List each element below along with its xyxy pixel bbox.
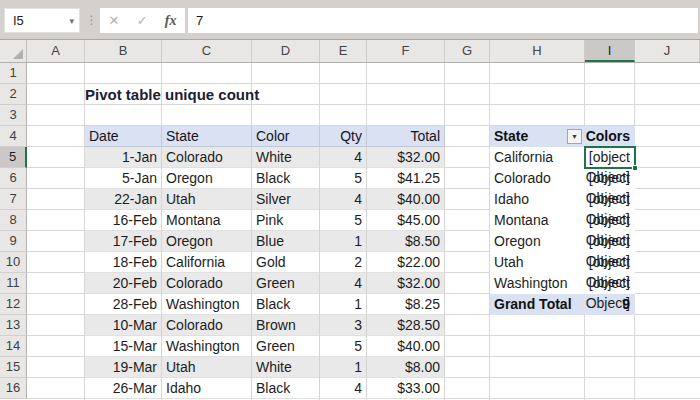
state-cell[interactable]: Washington bbox=[162, 294, 252, 315]
state-cell[interactable]: Colorado bbox=[162, 273, 252, 294]
row-header-2[interactable]: 2 bbox=[0, 84, 27, 105]
total-cell[interactable]: $32.00 bbox=[367, 147, 445, 168]
column-header-h[interactable]: H bbox=[490, 40, 585, 62]
column-header-state[interactable]: State bbox=[162, 126, 252, 147]
pivot-state-cell[interactable]: Colorado bbox=[490, 168, 585, 189]
state-cell[interactable]: Oregon bbox=[162, 231, 252, 252]
qty-cell[interactable]: 4 bbox=[320, 189, 367, 210]
row-header-7[interactable]: 7 bbox=[0, 189, 27, 210]
total-cell[interactable]: $8.25 bbox=[367, 294, 445, 315]
date-cell[interactable]: 20-Feb bbox=[85, 273, 162, 294]
qty-cell[interactable]: 4 bbox=[320, 147, 367, 168]
color-cell[interactable]: Black bbox=[252, 378, 320, 399]
qty-cell[interactable]: 1 bbox=[320, 357, 367, 378]
grand-total-value[interactable]: 9 bbox=[585, 294, 635, 315]
column-header-d[interactable]: D bbox=[252, 40, 320, 62]
column-header-i-selected[interactable]: I bbox=[585, 40, 635, 62]
formula-input[interactable]: 7 bbox=[188, 8, 698, 33]
cancel-icon[interactable]: ✕ bbox=[109, 13, 120, 28]
color-cell[interactable]: Pink bbox=[252, 210, 320, 231]
total-cell[interactable]: $41.25 bbox=[367, 168, 445, 189]
pivot-count-cell[interactable]: [object Object] bbox=[585, 231, 635, 252]
date-cell[interactable]: 22-Jan bbox=[85, 189, 162, 210]
date-cell[interactable]: 1-Jan bbox=[85, 147, 162, 168]
date-cell[interactable]: 15-Mar bbox=[85, 336, 162, 357]
pivot-state-cell[interactable]: Utah bbox=[490, 252, 585, 273]
qty-cell[interactable]: 5 bbox=[320, 168, 367, 189]
enter-icon[interactable]: ✓ bbox=[137, 13, 148, 28]
color-cell[interactable]: Black bbox=[252, 168, 320, 189]
qty-cell[interactable]: 5 bbox=[320, 336, 367, 357]
name-box-dropdown-icon[interactable]: ▾ bbox=[69, 16, 79, 26]
total-cell[interactable]: $8.50 bbox=[367, 231, 445, 252]
date-cell[interactable]: 17-Feb bbox=[85, 231, 162, 252]
qty-cell[interactable]: 4 bbox=[320, 378, 367, 399]
total-cell[interactable]: $33.00 bbox=[367, 378, 445, 399]
pivot-colors-header[interactable]: Colors bbox=[585, 126, 635, 147]
state-cell[interactable]: Colorado bbox=[162, 315, 252, 336]
column-header-color[interactable]: Color bbox=[252, 126, 320, 147]
row-header-6[interactable]: 6 bbox=[0, 168, 27, 189]
name-box[interactable]: I5 ▾ bbox=[4, 8, 80, 33]
state-cell[interactable]: California bbox=[162, 252, 252, 273]
row-header-4[interactable]: 4 bbox=[0, 126, 27, 147]
row-header-13[interactable]: 13 bbox=[0, 315, 27, 336]
insert-function-icon[interactable]: fx bbox=[165, 13, 177, 29]
pivot-count-cell[interactable]: [object Object] bbox=[585, 168, 635, 189]
column-header-g[interactable]: G bbox=[445, 40, 490, 62]
state-cell[interactable]: Idaho bbox=[162, 378, 252, 399]
grand-total-label[interactable]: Grand Total bbox=[490, 294, 585, 315]
row-header-16[interactable]: 16 bbox=[0, 378, 27, 399]
row-header-11[interactable]: 11 bbox=[0, 273, 27, 294]
total-cell[interactable]: $45.00 bbox=[367, 210, 445, 231]
qty-cell[interactable]: 4 bbox=[320, 273, 367, 294]
qty-cell[interactable]: 3 bbox=[320, 315, 367, 336]
row-header-14[interactable]: 14 bbox=[0, 336, 27, 357]
total-cell[interactable]: $40.00 bbox=[367, 336, 445, 357]
pivot-state-cell[interactable]: Oregon bbox=[490, 231, 585, 252]
color-cell[interactable]: Blue bbox=[252, 231, 320, 252]
pivot-count-cell[interactable]: [object Object] bbox=[585, 147, 635, 168]
date-cell[interactable]: 10-Mar bbox=[85, 315, 162, 336]
total-cell[interactable]: $8.00 bbox=[367, 357, 445, 378]
pivot-state-cell[interactable]: Washington bbox=[490, 273, 585, 294]
column-header-b[interactable]: B bbox=[85, 40, 162, 62]
color-cell[interactable]: Green bbox=[252, 273, 320, 294]
date-cell[interactable]: 28-Feb bbox=[85, 294, 162, 315]
select-all-corner[interactable] bbox=[0, 40, 27, 62]
row-header-3[interactable]: 3 bbox=[0, 105, 27, 126]
column-header-j[interactable]: J bbox=[635, 40, 700, 62]
column-header-c[interactable]: C bbox=[162, 40, 252, 62]
color-cell[interactable]: Black bbox=[252, 294, 320, 315]
date-cell[interactable]: 18-Feb bbox=[85, 252, 162, 273]
page-title[interactable]: Pivot table unique count bbox=[85, 84, 259, 105]
qty-cell[interactable]: 1 bbox=[320, 231, 367, 252]
state-cell[interactable]: Oregon bbox=[162, 168, 252, 189]
color-cell[interactable]: Gold bbox=[252, 252, 320, 273]
column-header-date[interactable]: Date bbox=[85, 126, 162, 147]
color-cell[interactable]: Brown bbox=[252, 315, 320, 336]
state-cell[interactable]: Colorado bbox=[162, 147, 252, 168]
column-header-qty[interactable]: Qty bbox=[320, 126, 367, 147]
row-header-8[interactable]: 8 bbox=[0, 210, 27, 231]
column-header-a[interactable]: A bbox=[27, 40, 85, 62]
color-cell[interactable]: White bbox=[252, 357, 320, 378]
pivot-count-cell[interactable]: [object Object] bbox=[585, 252, 635, 273]
total-cell[interactable]: $32.00 bbox=[367, 273, 445, 294]
date-cell[interactable]: 19-Mar bbox=[85, 357, 162, 378]
row-header-12[interactable]: 12 bbox=[0, 294, 27, 315]
total-cell[interactable]: $22.00 bbox=[367, 252, 445, 273]
total-cell[interactable]: $40.00 bbox=[367, 189, 445, 210]
pivot-state-cell[interactable]: California bbox=[490, 147, 585, 168]
color-cell[interactable]: Green bbox=[252, 336, 320, 357]
state-cell[interactable]: Washington bbox=[162, 336, 252, 357]
row-header-10[interactable]: 10 bbox=[0, 252, 27, 273]
pivot-count-cell[interactable]: [object Object] bbox=[585, 210, 635, 231]
pivot-state-header[interactable]: State ▼ bbox=[490, 126, 585, 147]
date-cell[interactable]: 26-Mar bbox=[85, 378, 162, 399]
row-header-15[interactable]: 15 bbox=[0, 357, 27, 378]
state-cell[interactable]: Utah bbox=[162, 189, 252, 210]
qty-cell[interactable]: 2 bbox=[320, 252, 367, 273]
filter-dropdown-button[interactable]: ▼ bbox=[567, 129, 582, 144]
qty-cell[interactable]: 5 bbox=[320, 210, 367, 231]
